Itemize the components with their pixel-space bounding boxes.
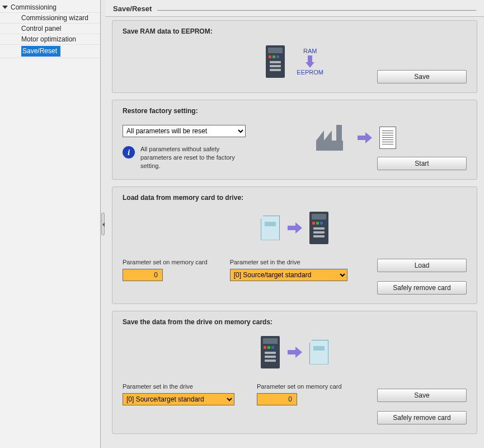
param-drive-select[interactable]: [0] Source/target standard bbox=[123, 393, 234, 405]
tree-item-commissioning-wizard[interactable]: Commissioning wizard bbox=[0, 13, 100, 24]
restore-select[interactable]: All parameters will be reset bbox=[123, 125, 246, 137]
param-card-label: Parameter set on memory card bbox=[257, 383, 342, 390]
splitter-handle-icon bbox=[101, 213, 105, 235]
panel-heading: Save the data from the drive on memory c… bbox=[123, 318, 467, 326]
param-card-value: 0 bbox=[257, 393, 297, 405]
param-drive-select[interactable]: [0] Source/target standard bbox=[230, 269, 347, 281]
param-drive-label: Parameter set in the drive bbox=[123, 383, 234, 390]
save-ram-button[interactable]: Save bbox=[377, 70, 467, 83]
drive-icon bbox=[266, 45, 285, 78]
memory-card-icon bbox=[309, 340, 328, 365]
arrow-right-icon bbox=[358, 132, 372, 143]
panel-save-card: Save the data from the drive on memory c… bbox=[112, 311, 477, 434]
tree-parent-label: Commissioning bbox=[11, 3, 57, 11]
factory-icon bbox=[316, 125, 350, 151]
arrow-down-icon bbox=[306, 55, 314, 68]
arrow-right-icon bbox=[288, 347, 302, 358]
panel-heading: Save RAM data to EEPROM: bbox=[123, 27, 467, 35]
param-card-label: Parameter set on memory card bbox=[123, 259, 208, 265]
panel-restore-factory: Restore factory setting: All parameters … bbox=[112, 100, 477, 180]
header-rule bbox=[157, 10, 476, 11]
tree-item-motor-optimization[interactable]: Motor optimization bbox=[0, 34, 100, 45]
info-icon: i bbox=[123, 146, 135, 158]
panel-save-ram: Save RAM data to EEPROM: RAM EEPROM Save bbox=[112, 20, 477, 93]
panel-heading: Load data from memory card to drive: bbox=[123, 194, 467, 202]
tree-parent-commissioning[interactable]: Commissioning bbox=[0, 2, 100, 13]
main-header: Save/Reset bbox=[105, 0, 484, 17]
safely-remove-button[interactable]: Safely remove card bbox=[377, 281, 467, 295]
document-icon bbox=[379, 127, 396, 149]
save-card-button[interactable]: Save bbox=[377, 389, 467, 402]
param-card-value: 0 bbox=[123, 269, 163, 281]
drive-icon bbox=[261, 336, 280, 368]
safely-remove-button[interactable]: Safely remove card bbox=[377, 411, 467, 424]
sidebar-tree: Commissioning Commissioning wizard Contr… bbox=[0, 0, 101, 448]
param-drive-label: Parameter set in the drive bbox=[230, 259, 347, 265]
panel-load-card: Load data from memory card to drive: Par… bbox=[112, 186, 477, 304]
memory-card-icon bbox=[261, 216, 280, 240]
eeprom-label: EEPROM bbox=[297, 69, 323, 76]
panel-heading: Restore factory setting: bbox=[123, 107, 467, 115]
ram-label: RAM bbox=[297, 48, 323, 54]
arrow-right-icon bbox=[288, 222, 302, 234]
tree-item-save-reset[interactable]: Save/Reset bbox=[21, 46, 60, 57]
drive-icon bbox=[309, 212, 328, 244]
restore-note: All parameters without safety parameters… bbox=[140, 145, 246, 170]
tree-item-control-panel[interactable]: Control panel bbox=[0, 24, 100, 34]
collapse-arrow-icon bbox=[2, 6, 8, 9]
restore-start-button[interactable]: Start bbox=[377, 157, 467, 170]
page-title: Save/Reset bbox=[113, 4, 157, 13]
splitter[interactable] bbox=[101, 0, 105, 448]
load-button[interactable]: Load bbox=[377, 259, 467, 272]
